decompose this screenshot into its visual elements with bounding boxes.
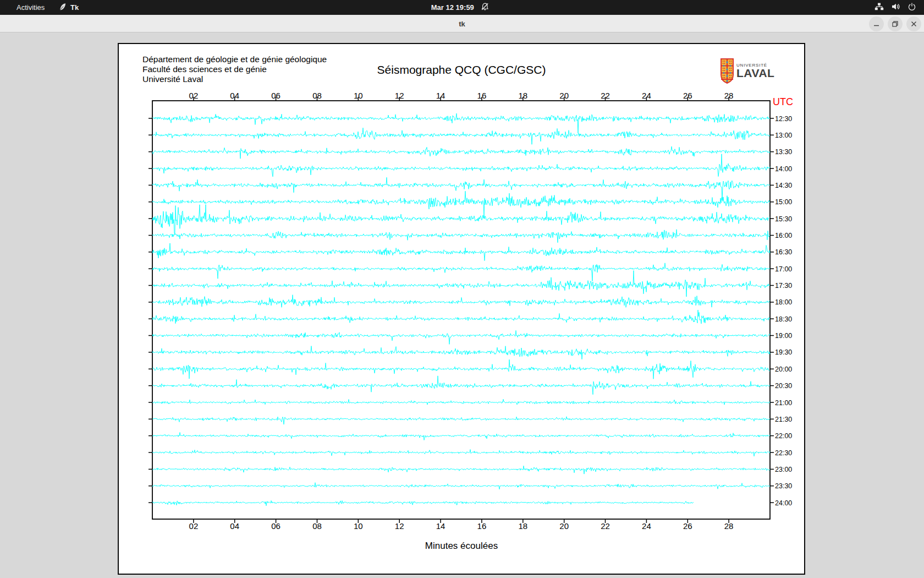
clock-menu[interactable]: Mar 12 19:59 — [431, 0, 490, 15]
seismo-trace — [152, 243, 770, 261]
network-icon — [875, 2, 884, 13]
x-tick-label-bottom: 02 — [189, 521, 199, 531]
x-tick-label-bottom: 22 — [601, 521, 610, 531]
x-tick-label-top: 14 — [436, 91, 446, 100]
x-tick-label-bottom: 12 — [395, 521, 404, 531]
x-tick-label-top: 06 — [271, 91, 280, 100]
row-time-label: 14:30 — [775, 182, 792, 189]
focused-app-name: Tk — [70, 3, 79, 12]
seismo-trace — [152, 177, 770, 200]
seismo-trace — [152, 128, 770, 144]
helicorder-plot: 0202040406060808101012121414161618182020… — [119, 44, 804, 574]
seismo-trace — [152, 450, 770, 456]
row-time-label: 15:30 — [775, 215, 792, 223]
row-time-label: 23:00 — [775, 466, 792, 473]
seismo-trace — [152, 433, 770, 440]
seismo-trace — [152, 310, 770, 324]
x-tick-label-top: 18 — [518, 91, 527, 100]
seismo-trace — [152, 417, 770, 424]
seismo-trace — [152, 113, 770, 133]
x-tick-label-bottom: 16 — [477, 521, 487, 531]
row-time-label: 22:30 — [775, 449, 792, 457]
tk-feather-icon — [58, 3, 67, 13]
gnome-top-bar: Activities Tk Mar 12 19:59 — [0, 0, 924, 15]
seismograph-canvas: Département de géologie et de génie géol… — [118, 43, 805, 575]
row-time-label: 18:00 — [775, 298, 792, 306]
seismo-trace — [152, 483, 770, 489]
seismo-trace — [152, 263, 770, 281]
seismo-trace — [152, 230, 770, 243]
restore-button[interactable] — [888, 17, 903, 31]
row-time-label: 13:00 — [775, 132, 792, 139]
x-tick-label-top: 22 — [601, 91, 610, 100]
seismo-trace — [152, 359, 770, 379]
row-time-label: 22:00 — [775, 432, 792, 440]
x-tick-label-top: 12 — [395, 91, 404, 100]
seismo-trace — [152, 154, 770, 177]
row-time-label: 20:00 — [775, 366, 792, 373]
row-time-label: 14:00 — [775, 165, 792, 173]
x-tick-label-bottom: 08 — [312, 521, 322, 531]
x-tick-label-top: 16 — [477, 91, 487, 100]
row-time-label: 17:30 — [775, 282, 792, 290]
seismo-trace — [152, 191, 770, 216]
focused-app-menu[interactable]: Tk — [58, 0, 79, 15]
x-axis-title: Minutes écoulées — [119, 541, 804, 552]
x-tick-label-bottom: 10 — [354, 521, 363, 531]
x-tick-label-top: 24 — [642, 91, 651, 100]
x-tick-label-bottom: 26 — [683, 521, 692, 531]
minimize-button[interactable] — [869, 17, 884, 31]
row-time-label: 19:00 — [775, 332, 792, 340]
system-tray[interactable] — [875, 0, 916, 15]
x-tick-label-bottom: 04 — [230, 521, 239, 531]
x-tick-label-bottom: 06 — [271, 521, 280, 531]
row-time-label: 19:30 — [775, 348, 792, 356]
power-icon — [908, 2, 916, 13]
x-tick-label-top: 20 — [559, 91, 569, 100]
row-time-label: 18:30 — [775, 315, 792, 323]
x-tick-label-bottom: 14 — [436, 521, 446, 531]
x-tick-label-top: 26 — [683, 91, 692, 100]
notifications-muted-icon — [481, 2, 490, 13]
row-time-label: 23:30 — [775, 482, 792, 490]
close-button[interactable] — [906, 17, 921, 31]
plot-frame — [152, 101, 770, 519]
seismo-trace — [152, 500, 694, 505]
seismo-trace — [152, 146, 770, 159]
row-time-label: 17:00 — [775, 265, 792, 273]
tk-window-content: Département de géologie et de génie géol… — [0, 32, 924, 578]
seismo-trace — [152, 399, 770, 405]
x-tick-label-bottom: 28 — [724, 521, 734, 531]
seismo-trace — [152, 376, 770, 395]
row-time-label: 21:30 — [775, 416, 792, 423]
row-time-label: 24:00 — [775, 499, 792, 507]
row-time-label: 13:30 — [775, 148, 792, 156]
seismo-trace — [152, 205, 770, 234]
clock-text: Mar 12 19:59 — [431, 3, 474, 12]
window-titlebar[interactable]: tk — [0, 15, 924, 32]
row-time-label: 16:00 — [775, 232, 792, 239]
x-tick-label-top: 10 — [354, 91, 363, 100]
x-tick-label-top: 04 — [230, 91, 239, 100]
row-time-label: 20:30 — [775, 382, 792, 390]
volume-icon — [891, 2, 900, 13]
window-title: tk — [0, 15, 924, 32]
seismo-trace — [152, 346, 770, 359]
x-tick-label-bottom: 18 — [518, 521, 527, 531]
x-tick-label-top: 28 — [724, 91, 734, 100]
utc-label: UTC — [773, 96, 793, 107]
seismo-trace — [152, 330, 770, 344]
activities-button[interactable]: Activities — [13, 0, 48, 15]
row-time-label: 15:00 — [775, 198, 792, 206]
seismo-trace — [152, 295, 770, 308]
x-tick-label-top: 02 — [189, 91, 199, 100]
row-time-label: 12:30 — [775, 115, 792, 123]
x-tick-label-bottom: 24 — [642, 521, 651, 531]
x-tick-label-bottom: 20 — [559, 521, 569, 531]
seismo-trace — [152, 271, 770, 297]
row-time-label: 21:00 — [775, 399, 792, 407]
seismo-trace — [152, 466, 770, 474]
x-tick-label-top: 08 — [312, 91, 322, 100]
row-time-label: 16:30 — [775, 248, 792, 256]
